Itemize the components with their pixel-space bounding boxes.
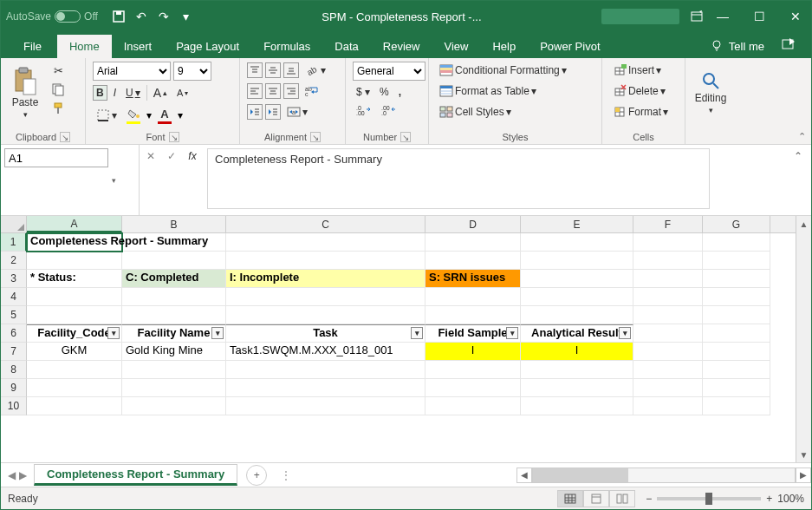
page-layout-view-button[interactable] xyxy=(583,490,609,507)
cell-e7[interactable]: I xyxy=(521,343,633,361)
cell[interactable] xyxy=(521,397,633,415)
filter-button[interactable]: ▾ xyxy=(506,327,518,339)
percent-format-button[interactable]: % xyxy=(376,84,393,100)
increase-indent-button[interactable] xyxy=(265,104,281,120)
scroll-track[interactable] xyxy=(532,468,796,483)
close-button[interactable]: ✕ xyxy=(785,6,806,27)
scroll-down-icon[interactable]: ▼ xyxy=(800,447,809,462)
decrease-indent-button[interactable] xyxy=(247,104,263,120)
autosave-toggle[interactable]: AutoSave Off xyxy=(6,10,98,23)
cell-a3[interactable]: * Status: xyxy=(27,270,122,288)
redo-icon[interactable]: ↷ xyxy=(157,10,171,23)
share-button[interactable] xyxy=(773,32,804,58)
cell[interactable] xyxy=(226,288,425,306)
orientation-button[interactable]: ab▾ xyxy=(302,62,329,79)
column-header-b[interactable]: B xyxy=(122,216,226,232)
name-box-dropdown-icon[interactable]: ▾ xyxy=(112,176,116,185)
cell[interactable] xyxy=(27,306,122,324)
font-dialog-launcher[interactable]: ↘ xyxy=(169,132,179,142)
cell[interactable] xyxy=(703,233,770,252)
sheet-nav-prev[interactable]: ◀ xyxy=(8,469,16,481)
cut-button[interactable]: ✂ xyxy=(48,62,68,79)
increase-decimal-button[interactable]: .0.00 xyxy=(353,103,375,117)
alignment-dialog-launcher[interactable]: ↘ xyxy=(310,132,321,142)
cell[interactable] xyxy=(633,252,703,270)
cell[interactable] xyxy=(226,252,425,270)
cell[interactable] xyxy=(703,343,770,361)
cell[interactable] xyxy=(633,324,703,343)
cell[interactable] xyxy=(633,270,703,288)
ribbon-display-options-icon[interactable] xyxy=(686,6,707,27)
scroll-right-icon[interactable]: ▶ xyxy=(796,468,811,483)
cell-c7[interactable]: Task1.SWQM.M.XXX_0118_001 xyxy=(226,343,425,361)
save-icon[interactable] xyxy=(112,10,126,23)
format-painter-button[interactable] xyxy=(48,100,68,117)
horizontal-scrollbar[interactable]: ◀ ▶ xyxy=(516,468,811,483)
cell[interactable] xyxy=(226,361,425,379)
align-middle-button[interactable] xyxy=(265,62,281,78)
column-header-c[interactable]: C xyxy=(226,216,425,232)
cell-a1[interactable]: Completeness Report - Summary xyxy=(27,233,122,252)
align-right-button[interactable] xyxy=(283,83,299,99)
cell[interactable] xyxy=(226,397,425,415)
cell-b7[interactable]: Gold King Mine xyxy=(122,343,226,361)
align-center-button[interactable] xyxy=(265,83,281,99)
maximize-button[interactable]: ☐ xyxy=(749,6,770,27)
row-header[interactable]: 7 xyxy=(1,343,27,361)
cell[interactable] xyxy=(703,361,770,379)
cell[interactable] xyxy=(425,361,521,379)
filter-button[interactable]: ▾ xyxy=(411,327,423,339)
cell[interactable] xyxy=(521,252,633,270)
expand-formula-bar-button[interactable]: ⌃ xyxy=(785,145,811,215)
zoom-value[interactable]: 100% xyxy=(777,493,804,505)
cell-e6[interactable]: Analytical Result▾ xyxy=(521,324,633,343)
tab-file[interactable]: File xyxy=(8,35,57,58)
cell[interactable] xyxy=(27,288,122,306)
name-box[interactable] xyxy=(4,148,108,167)
cell[interactable] xyxy=(633,397,703,415)
format-cells-button[interactable]: Format ▾ xyxy=(609,103,678,121)
enter-formula-button[interactable]: ✓ xyxy=(164,150,179,162)
conditional-formatting-button[interactable]: Conditional Formatting ▾ xyxy=(436,62,594,79)
cell[interactable] xyxy=(521,306,633,324)
cell-styles-button[interactable]: Cell Styles ▾ xyxy=(436,103,594,121)
new-sheet-button[interactable]: + xyxy=(246,465,267,486)
row-header[interactable]: 6 xyxy=(1,324,27,343)
format-as-table-button[interactable]: Format as Table ▾ xyxy=(436,82,594,100)
row-header[interactable]: 5 xyxy=(1,306,27,324)
cell-b6[interactable]: Facility Name▾ xyxy=(122,324,226,343)
tab-help[interactable]: Help xyxy=(480,35,528,58)
cell-d7[interactable]: I xyxy=(425,343,521,361)
cell[interactable] xyxy=(633,233,703,252)
vertical-scrollbar[interactable]: ▲ ▼ xyxy=(796,216,811,462)
sheet-nav-next[interactable]: ▶ xyxy=(19,469,27,481)
decrease-font-button[interactable]: A▾ xyxy=(173,86,192,100)
row-header[interactable]: 3 xyxy=(1,270,27,288)
cell-d3[interactable]: S: SRN issues xyxy=(425,270,521,288)
qat-customize-icon[interactable]: ▾ xyxy=(179,10,193,23)
accounting-format-button[interactable]: $ ▾ xyxy=(353,84,374,100)
cell[interactable] xyxy=(122,306,226,324)
tab-power-pivot[interactable]: Power Pivot xyxy=(528,35,612,58)
cell[interactable] xyxy=(521,233,633,252)
column-header-d[interactable]: D xyxy=(425,216,521,232)
filter-button[interactable]: ▾ xyxy=(107,327,120,339)
row-header[interactable]: 10 xyxy=(1,397,27,415)
cell[interactable] xyxy=(521,288,633,306)
cell-c3[interactable]: I: Incomplete xyxy=(226,270,425,288)
comma-format-button[interactable]: , xyxy=(395,84,405,100)
cell[interactable] xyxy=(27,361,122,379)
tab-home[interactable]: Home xyxy=(57,35,112,58)
tab-review[interactable]: Review xyxy=(371,35,432,58)
insert-cells-button[interactable]: Insert ▾ xyxy=(609,62,678,79)
cell[interactable] xyxy=(521,379,633,397)
cell-c6[interactable]: Task▾ xyxy=(226,324,425,343)
column-header-a[interactable]: A xyxy=(27,216,122,232)
font-color-button[interactable]: A xyxy=(154,106,175,126)
cell[interactable] xyxy=(425,306,521,324)
cell-a7[interactable]: GKM xyxy=(27,343,122,361)
cell[interactable] xyxy=(425,233,521,252)
cell[interactable] xyxy=(122,379,226,397)
cell[interactable] xyxy=(703,379,770,397)
column-header-g[interactable]: G xyxy=(703,216,770,232)
